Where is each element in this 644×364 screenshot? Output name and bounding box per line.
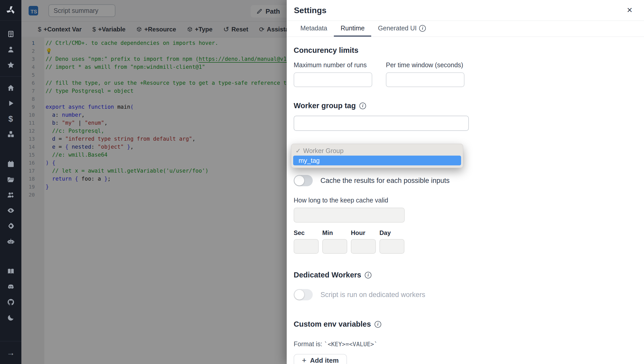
play-icon[interactable]: [5, 98, 16, 108]
cache-toggle[interactable]: [294, 175, 313, 186]
sidebar: $ →: [0, 0, 21, 364]
add-item-button[interactable]: + Add item: [294, 354, 347, 364]
robot-icon[interactable]: [5, 236, 16, 247]
field-label: Per time window (seconds): [386, 61, 464, 69]
cache-duration-label: How long to the keep cache valid: [294, 197, 636, 204]
cache-section: Cache Cache the results for each possibl…: [294, 157, 636, 254]
app-root: $ → TS Path $+Context Var$+Variable+Reso…: [0, 0, 644, 364]
settings-panel: Settings ✕ MetadataRuntimeGenerated UIi …: [287, 0, 644, 364]
user-icon[interactable]: [5, 44, 16, 55]
plus-icon: +: [302, 356, 307, 364]
discord-icon[interactable]: [5, 282, 16, 292]
concurrency-heading: Concurency limits: [294, 46, 636, 55]
book-icon[interactable]: [5, 266, 16, 276]
sidebar-nav: $: [0, 21, 21, 337]
worker-group-select[interactable]: [294, 116, 469, 131]
tab-generated-ui[interactable]: Generated UIi: [371, 21, 433, 37]
field-label: Maximum number of runs: [294, 61, 372, 69]
time-field-label: Min: [322, 229, 347, 236]
time-field-hour: Hour: [351, 229, 376, 254]
worker-group-dropdown: ✓Worker Groupmy_tag: [291, 144, 463, 168]
concurrency-field: Per time window (seconds): [386, 61, 464, 87]
gear-icon[interactable]: [5, 221, 16, 231]
custom-env-heading: Custom env variables i: [294, 320, 636, 328]
field-input[interactable]: [294, 72, 372, 87]
dedicated-toggle-label: Script is run on dedicated workers: [320, 291, 425, 299]
star-icon[interactable]: [5, 60, 16, 70]
workspace: TS Path $+Context Var$+Variable+Resource…: [21, 0, 287, 364]
sidebar-divider: [0, 341, 21, 341]
building-icon[interactable]: [5, 29, 16, 39]
time-field-input[interactable]: [351, 239, 376, 254]
windmill-logo[interactable]: [0, 0, 21, 21]
arrow-right-icon[interactable]: →: [5, 348, 16, 358]
settings-header: Settings ✕: [287, 0, 644, 21]
tab-runtime[interactable]: Runtime: [334, 21, 371, 37]
dropdown-option-worker-group[interactable]: ✓Worker Group: [291, 146, 463, 156]
cache-duration-input[interactable]: [294, 208, 405, 223]
time-field-input[interactable]: [294, 239, 319, 254]
worker-group-heading-label: Worker group tag: [294, 101, 356, 110]
dedicated-workers-toggle[interactable]: [294, 289, 313, 300]
add-item-label: Add item: [310, 357, 339, 364]
dedicated-workers-section: Dedicated Workers i Script is run on ded…: [294, 271, 636, 300]
info-icon[interactable]: i: [375, 321, 381, 328]
cubes-icon[interactable]: [5, 129, 16, 139]
env-format-code: `<KEY>=<VALUE>`: [324, 341, 378, 348]
dropdown-option-my_tag[interactable]: my_tag: [293, 156, 461, 165]
home-icon[interactable]: [5, 83, 16, 93]
close-icon[interactable]: ✕: [627, 7, 633, 14]
time-field-label: Sec: [294, 229, 319, 236]
info-icon[interactable]: i: [419, 25, 426, 32]
calendar-icon[interactable]: [5, 159, 16, 169]
concurrency-fields: Maximum number of runsPer time window (s…: [294, 61, 636, 87]
time-field-input[interactable]: [322, 239, 347, 254]
time-field-label: Day: [379, 229, 404, 236]
sidebar-bottom: →: [0, 337, 21, 364]
time-field-label: Hour: [351, 229, 376, 236]
field-input[interactable]: [386, 72, 464, 87]
time-field-day: Day: [379, 229, 404, 254]
dollar-icon[interactable]: $: [5, 114, 16, 124]
folder-icon[interactable]: [5, 174, 16, 185]
windmill-logo-icon: [6, 5, 16, 15]
moon-icon[interactable]: [5, 312, 16, 323]
dedicated-workers-heading-label: Dedicated Workers: [294, 271, 361, 279]
time-field-input[interactable]: [379, 239, 404, 254]
time-field-sec: Sec: [294, 229, 319, 254]
eye-icon[interactable]: [5, 205, 16, 216]
info-icon[interactable]: i: [359, 103, 366, 109]
time-field-min: Min: [322, 229, 347, 254]
modal-backdrop[interactable]: [21, 0, 287, 364]
worker-group-heading: Worker group tag i: [294, 101, 636, 110]
worker-group-section: Worker group tag i: [294, 101, 636, 131]
check-icon: ✓: [295, 147, 303, 155]
cache-toggle-row: Cache the results for each possible inpu…: [294, 175, 636, 186]
dedicated-toggle-row: Script is run on dedicated workers: [294, 289, 636, 300]
custom-env-heading-label: Custom env variables: [294, 320, 371, 328]
users-gear-icon[interactable]: [5, 190, 16, 200]
settings-content: Concurency limits Maximum number of runs…: [287, 37, 644, 364]
env-format-prefix: Format is:: [294, 340, 324, 348]
custom-env-section: Custom env variables i Format is: `<KEY>…: [294, 320, 636, 364]
github-icon[interactable]: [5, 297, 16, 307]
settings-title: Settings: [294, 6, 326, 15]
tab-metadata[interactable]: Metadata: [294, 21, 334, 37]
settings-tabs: MetadataRuntimeGenerated UIi: [287, 21, 644, 37]
cache-time-fields: SecMinHourDay: [294, 229, 636, 254]
concurrency-field: Maximum number of runs: [294, 61, 372, 87]
cache-toggle-label: Cache the results for each possible inpu…: [320, 177, 450, 185]
info-icon[interactable]: i: [365, 272, 371, 278]
env-format-label: Format is: `<KEY>=<VALUE>`: [294, 340, 636, 348]
dedicated-workers-heading: Dedicated Workers i: [294, 271, 636, 279]
sidebar-divider: [0, 76, 21, 77]
